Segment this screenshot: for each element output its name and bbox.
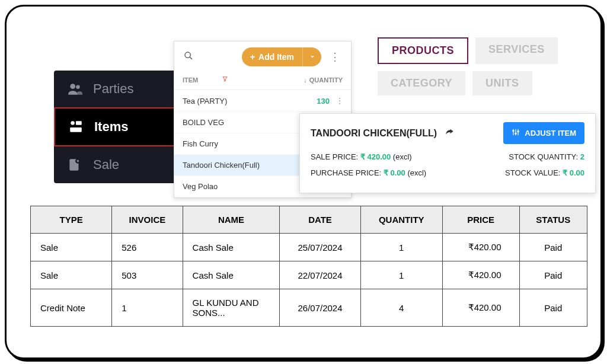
cell-type: Sale [31, 234, 112, 261]
add-item-main[interactable]: + Add Item [242, 52, 302, 62]
cell-invoice: 526 [112, 234, 183, 261]
svg-line-8 [190, 57, 192, 59]
cell-qty: 4 [360, 289, 442, 327]
cell-qty: 1 [360, 261, 442, 289]
sale-icon [67, 157, 82, 173]
th-invoice[interactable]: INVOICE [112, 206, 183, 234]
item-name: Tandoori Chicken(Full) [183, 161, 260, 170]
cell-date: 22/07/2024 [280, 261, 360, 289]
row-more-icon[interactable]: ⋮ [336, 96, 343, 106]
purchase-price-value: ₹ 0.00 [384, 168, 405, 177]
stock-qty-label: STOCK QUANTITY: [509, 152, 578, 161]
tab-products[interactable]: PRODUCTS [378, 37, 468, 64]
svg-point-14 [517, 131, 519, 132]
cell-qty: 1 [360, 234, 442, 261]
app-frame: Parties Items Sale + Add Item [5, 5, 602, 359]
item-panel-toolbar: + Add Item ⋮ [174, 41, 351, 72]
table-row[interactable]: Credit Note 1 GL KUNDU AND SONS... 26/07… [31, 289, 587, 327]
sidebar-item-label: Items [94, 119, 128, 135]
sidebar-item-label: Sale [93, 157, 119, 173]
more-icon[interactable]: ⋮ [326, 50, 344, 63]
transactions-table: TYPE INVOICE NAME DATE QUANTITY PRICE ST… [30, 206, 587, 327]
cell-invoice: 503 [112, 261, 183, 289]
item-name: BOILD VEG [183, 118, 224, 127]
stock-value-value: ₹ 0.00 [563, 168, 584, 177]
table-row[interactable]: Sale 526 Cash Sale 25/07/2024 1 ₹420.00 … [31, 234, 587, 261]
cell-invoice: 1 [112, 289, 183, 327]
item-detail-title: TANDOORI CHICKEN(FULL) [311, 128, 437, 139]
item-row[interactable]: Tea (PARTY) 130 ⋮ [174, 90, 351, 112]
sale-price-value: ₹ 420.00 [360, 152, 391, 161]
item-qty: 130 [317, 97, 330, 106]
items-icon [68, 119, 84, 135]
purchase-price-label: PURCHASE PRICE: [311, 168, 381, 177]
item-name: Fish Curry [183, 139, 218, 148]
cell-price: ₹420.00 [442, 261, 519, 289]
filter-icon[interactable] [222, 76, 228, 84]
svg-point-10 [513, 130, 514, 132]
sale-price-label: SALE PRICE: [311, 152, 358, 161]
th-type[interactable]: TYPE [31, 206, 112, 234]
cell-status: Paid [519, 289, 587, 327]
type-tabs: PRODUCTS SERVICES CATEGORY UNITS [378, 37, 591, 95]
cell-price: ₹420.00 [442, 289, 519, 327]
table-row[interactable]: Sale 503 Cash Sale 22/07/2024 1 ₹420.00 … [31, 261, 587, 289]
people-icon [67, 81, 82, 97]
svg-rect-4 [70, 127, 82, 132]
stock-value-label: STOCK VALUE: [505, 168, 560, 177]
svg-point-2 [71, 121, 75, 125]
add-item-button[interactable]: + Add Item [242, 47, 321, 66]
sale-price-suffix: (excl) [393, 152, 412, 161]
item-detail-panel: TANDOORI CHICKEN(FULL) ADJUST ITEM SALE … [299, 113, 596, 193]
add-item-dropdown[interactable] [302, 47, 321, 66]
item-header-qty[interactable]: QUANTITY [309, 76, 343, 84]
svg-point-12 [515, 133, 516, 134]
share-icon[interactable] [444, 127, 455, 140]
tab-category[interactable]: CATEGORY [378, 71, 465, 95]
cell-status: Paid [519, 261, 587, 289]
sliders-icon [512, 128, 520, 138]
adjust-item-button[interactable]: ADJUST ITEM [503, 122, 584, 144]
item-name: Tea (PARTY) [183, 97, 227, 106]
svg-point-7 [185, 52, 190, 58]
cell-type: Sale [31, 261, 112, 289]
tab-services[interactable]: SERVICES [475, 37, 558, 64]
plus-icon: + [250, 52, 255, 62]
stock-qty-value: 2 [580, 152, 584, 161]
th-status[interactable]: STATUS [519, 206, 587, 234]
cell-type: Credit Note [31, 289, 112, 327]
add-item-label: Add Item [258, 52, 294, 62]
table-header-row: TYPE INVOICE NAME DATE QUANTITY PRICE ST… [31, 206, 587, 234]
svg-point-0 [70, 84, 75, 89]
th-price[interactable]: PRICE [442, 206, 519, 234]
cell-name: Cash Sale [183, 261, 280, 289]
item-list-headers: ITEM ↓ QUANTITY [174, 72, 351, 90]
svg-rect-3 [76, 121, 82, 125]
cell-date: 26/07/2024 [280, 289, 360, 327]
sort-icon[interactable]: ↓ [304, 76, 307, 84]
th-name[interactable]: NAME [183, 206, 280, 234]
cell-status: Paid [519, 234, 587, 261]
cell-date: 25/07/2024 [280, 234, 360, 261]
th-quantity[interactable]: QUANTITY [360, 206, 442, 234]
th-date[interactable]: DATE [280, 206, 360, 234]
sidebar-item-label: Parties [93, 81, 133, 97]
tab-units[interactable]: UNITS [472, 71, 532, 95]
cell-name: GL KUNDU AND SONS... [183, 289, 280, 327]
cell-price: ₹420.00 [442, 234, 519, 261]
cell-name: Cash Sale [183, 234, 280, 261]
search-icon[interactable] [181, 51, 196, 63]
item-header-item[interactable]: ITEM [183, 76, 198, 84]
item-name: Veg Polao [183, 182, 218, 191]
svg-point-1 [76, 85, 80, 90]
purchase-price-suffix: (excl) [407, 168, 426, 177]
adjust-label: ADJUST ITEM [525, 129, 576, 138]
